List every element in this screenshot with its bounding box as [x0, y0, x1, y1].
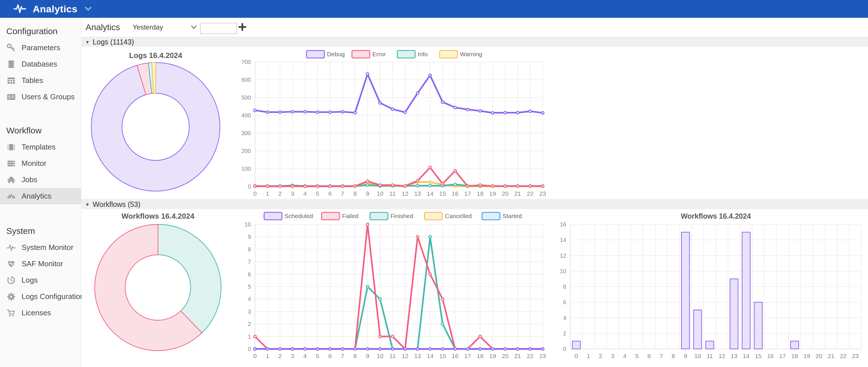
sidebar-item-label: Monitor [22, 159, 46, 168]
svg-text:4: 4 [623, 353, 626, 359]
sidebar-item-label: SAF Monitor [22, 259, 63, 268]
sidebar-item-saf-monitor[interactable]: SAF Monitor [0, 256, 81, 272]
svg-text:15: 15 [755, 353, 762, 359]
svg-text:18: 18 [477, 353, 483, 359]
svg-text:Scheduled: Scheduled [284, 213, 313, 219]
svg-text:22: 22 [840, 353, 846, 359]
sidebar-item-users-groups[interactable]: Users & Groups [0, 89, 81, 105]
sidebar-item-logs[interactable]: Logs [0, 272, 81, 288]
svg-text:9: 9 [684, 353, 687, 359]
sidebar-item-jobs[interactable]: Jobs [0, 172, 81, 188]
svg-text:9: 9 [248, 234, 251, 240]
legend-item-error[interactable]: Error [352, 51, 386, 58]
sidebar-item-label: System Monitor [22, 243, 73, 252]
sidebar-item-label: Analytics [22, 192, 52, 201]
key-icon [6, 43, 16, 53]
svg-text:15: 15 [439, 190, 446, 197]
svg-text:Cancelled: Cancelled [445, 213, 472, 219]
bar-hour-13 [730, 279, 738, 349]
app-header: Analytics [0, 0, 868, 18]
svg-text:6: 6 [248, 271, 251, 277]
app-menu-chevron-down-icon[interactable] [84, 6, 92, 12]
analytics-app: Analytics Configuration Parameters Datab… [0, 0, 868, 367]
svg-text:8: 8 [353, 353, 357, 359]
logs-section-header[interactable]: ▼ Logs (11143) [82, 37, 868, 47]
svg-text:6: 6 [329, 353, 332, 359]
svg-text:Error: Error [372, 51, 386, 57]
svg-text:3: 3 [291, 190, 294, 197]
svg-text:400: 400 [242, 112, 251, 119]
legend-item-finished[interactable]: Finished [370, 212, 413, 220]
svg-text:8: 8 [672, 353, 675, 359]
logs-donut-chart: Logs 16.4.2024 [86, 47, 227, 198]
svg-text:7: 7 [659, 353, 663, 359]
sidebar-item-tables[interactable]: Tables [0, 72, 81, 89]
svg-text:8: 8 [563, 283, 566, 290]
svg-text:9: 9 [366, 353, 369, 359]
svg-text:2: 2 [278, 190, 282, 197]
legend-item-started[interactable]: Started [482, 212, 522, 220]
svg-text:10: 10 [694, 353, 701, 359]
svg-text:Warning: Warning [460, 51, 482, 57]
svg-text:21: 21 [514, 190, 521, 197]
sidebar-item-label: Templates [22, 143, 56, 152]
table-icon [6, 76, 16, 86]
workflows-section-label: Workflows (53) [93, 200, 141, 209]
group-label-configuration: Configuration [0, 18, 81, 40]
new-analytics-input[interactable] [200, 23, 237, 34]
legend-item-failed[interactable]: Failed [321, 212, 358, 220]
svg-text:16: 16 [767, 353, 774, 359]
svg-text:11: 11 [707, 353, 713, 359]
svg-text:13: 13 [414, 190, 421, 197]
sidebar-item-logs-configuration[interactable]: Logs Configuration [0, 288, 81, 305]
workflows-section-header[interactable]: ▼ Workflows (53) [82, 199, 868, 209]
logs-panel: Logs 16.4.2024 0100200300400500600700012… [82, 47, 868, 199]
svg-text:19: 19 [489, 353, 496, 359]
svg-text:200: 200 [242, 148, 251, 154]
sidebar-item-parameters[interactable]: Parameters [0, 40, 81, 56]
sidebar-item-templates[interactable]: Templates [0, 139, 81, 155]
bar-hour-0 [572, 341, 580, 349]
svg-text:14: 14 [427, 190, 434, 197]
logs-line-chart: 0100200300400500600700012345678910111213… [238, 47, 551, 199]
svg-text:20: 20 [815, 353, 822, 359]
svg-text:3: 3 [291, 353, 294, 359]
chevron-down-icon [190, 25, 197, 30]
sidebar-item-system-monitor[interactable]: System Monitor [0, 239, 81, 256]
donut-slice-finished [158, 224, 221, 333]
bar-hour-11 [706, 341, 714, 349]
id-card-icon [6, 92, 16, 102]
sidebar-item-monitor[interactable]: Monitor [0, 155, 81, 172]
legend-item-cancelled[interactable]: Cancelled [425, 212, 472, 220]
car-icon [6, 175, 16, 185]
sidebar-item-databases[interactable]: Databases [0, 56, 81, 72]
svg-text:17: 17 [779, 353, 786, 359]
collapse-triangle-icon: ▼ [85, 202, 90, 207]
legend-item-debug[interactable]: Debug [307, 51, 345, 58]
svg-text:4: 4 [303, 190, 307, 197]
bar-hour-9 [681, 232, 689, 349]
svg-text:2: 2 [563, 330, 566, 337]
sidebar-item-licenses[interactable]: Licenses [0, 305, 81, 321]
svg-text:16: 16 [452, 190, 458, 197]
svg-text:22: 22 [527, 190, 533, 197]
sidebar: Configuration Parameters Databases Table… [0, 18, 81, 367]
legend-item-scheduled[interactable]: Scheduled [264, 212, 313, 220]
bar-hour-15 [754, 302, 762, 349]
svg-text:12: 12 [718, 353, 725, 359]
heart-pulse-icon [6, 259, 16, 269]
svg-text:0: 0 [253, 190, 257, 197]
svg-text:19: 19 [803, 353, 810, 359]
svg-text:0: 0 [248, 346, 251, 352]
legend-item-info[interactable]: Info [397, 51, 428, 58]
svg-text:16: 16 [452, 353, 458, 359]
time-range-select[interactable]: Yesterday [133, 23, 197, 31]
svg-text:4: 4 [563, 315, 566, 321]
svg-text:1: 1 [248, 333, 251, 340]
legend-item-warning[interactable]: Warning [440, 51, 482, 58]
sidebar-item-analytics[interactable]: Analytics [0, 188, 81, 204]
add-button[interactable] [238, 23, 247, 31]
svg-text:1: 1 [266, 190, 269, 197]
svg-text:10: 10 [245, 221, 251, 228]
svg-text:2: 2 [248, 321, 251, 327]
